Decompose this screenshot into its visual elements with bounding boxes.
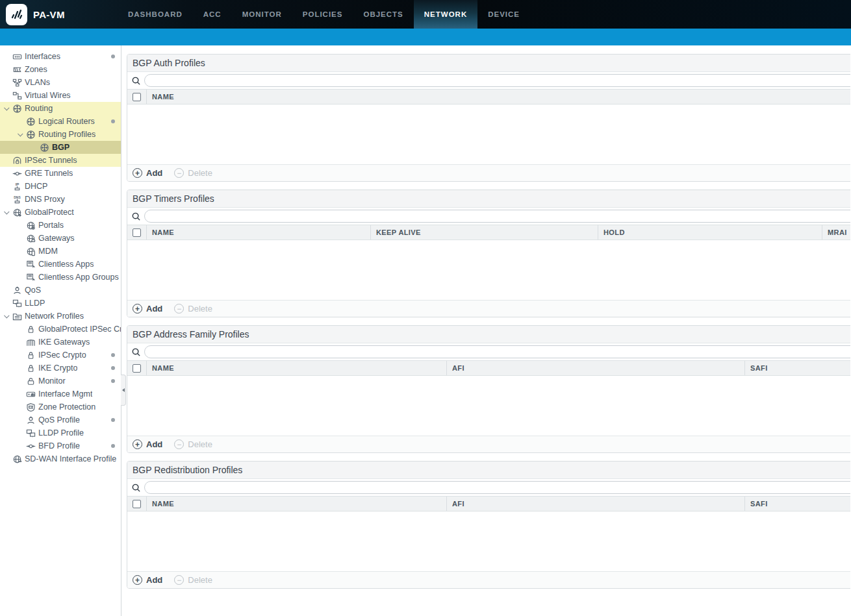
sidebar-item-lldp-profile[interactable]: LLDP Profile [0,426,121,439]
search-input[interactable] [144,74,850,87]
sidebar-item-label: Portals [38,221,64,230]
sidebar-item-clientless-app-groups[interactable]: Clientless App Groups [0,271,121,284]
sidebar-item-label: GlobalProtect [25,208,74,217]
sidebar-item-vlans[interactable]: VLANs [0,76,121,89]
sidebar-item-gateways[interactable]: Gateways [0,232,121,245]
delete-button-label: Delete [188,168,212,178]
tab-dashboard[interactable]: DASHBOARD [118,0,193,29]
sidebar-collapse-handle[interactable] [121,375,126,406]
tab-policies[interactable]: POLICIES [292,0,353,29]
chevron-down-icon[interactable] [2,314,12,318]
sidebar-item-label: SD-WAN Interface Profile [25,454,116,463]
sidebar-item-dns-proxy[interactable]: DNSDNS Proxy [0,193,121,206]
chevron-down-icon[interactable] [2,106,12,110]
sidebar-item-bgp[interactable]: BGP [0,141,121,154]
add-button[interactable]: +Add [133,439,162,449]
column-header-name[interactable]: NAME [147,225,371,240]
add-button[interactable]: +Add [133,575,162,585]
column-header-hold[interactable]: HOLD [598,225,822,240]
sidebar-item-monitor[interactable]: Monitor [0,375,121,388]
tab-device[interactable]: DEVICE [477,0,530,29]
delete-button[interactable]: −Delete [174,304,212,314]
sidebar-item-routing-profiles[interactable]: Routing Profiles [0,128,121,141]
sidebar-item-qos-profile[interactable]: QoS Profile [0,413,121,426]
chevron-down-icon[interactable] [2,210,12,214]
chevron-down-icon[interactable] [16,132,25,136]
interface-mgmt-icon [25,389,36,399]
sidebar-item-lldp[interactable]: LLDP [0,297,121,310]
sidebar-item-routing[interactable]: Routing [0,102,121,115]
tab-network[interactable]: NETWORK [414,0,477,29]
panel-bgp-redistribution-profiles: BGP Redistribution ProfilesNAMEAFISAFI+A… [127,461,850,589]
sidebar-item-logical-routers[interactable]: Logical Routers [0,115,121,128]
sidebar-item-label: Routing [25,104,53,113]
select-all-checkbox[interactable] [133,500,141,508]
sidebar-item-portals[interactable]: Portals [0,219,121,232]
svg-text:DNS: DNS [14,195,21,199]
sidebar-item-virtual-wires[interactable]: Virtual Wires [0,89,121,102]
sidebar-item-zone-protection[interactable]: Zone Protection [0,400,121,413]
sidebar-item-ike-gateways[interactable]: IKE Gateways [0,336,121,349]
sidebar-item-globalprotect-ipsec-crypto[interactable]: GlobalProtect IPSec Crypto [0,323,121,336]
select-all-checkbox[interactable] [133,93,141,101]
sidebar-item-interfaces[interactable]: Interfaces [0,50,121,63]
collapse-arrow-icon [122,388,125,392]
column-header-afi[interactable]: AFI [447,361,745,375]
sidebar-item-mdm[interactable]: MDM [0,245,121,258]
sidebar-item-sd-wan-interface-profile[interactable]: SD-WAN Interface Profile [0,452,121,465]
sidebar-item-globalprotect[interactable]: GlobalProtect [0,206,121,219]
sidebar-item-bfd-profile[interactable]: BFD Profile [0,439,121,452]
panel-bgp-address-family-profiles: BGP Address Family ProfilesNAMEAFISAFI+A… [127,325,850,453]
column-header-mrai[interactable]: MRAI [822,225,850,240]
sidebar-item-qos[interactable]: QoS [0,284,121,297]
tab-monitor[interactable]: MONITOR [232,0,292,29]
add-button-label: Add [146,575,162,585]
sidebar-item-zones[interactable]: Zones [0,63,121,76]
status-dot [111,119,115,123]
table-header-row: NAMEAFISAFI [127,496,850,511]
bfd-profile-icon [25,441,36,451]
delete-button[interactable]: −Delete [174,575,212,585]
sidebar-item-network-profiles[interactable]: Network Profiles [0,310,121,323]
panel-footer: +Add−Delete [127,436,850,452]
panel-footer: +Add−Delete [127,164,850,181]
sidebar-item-ike-crypto[interactable]: IKE Crypto [0,362,121,375]
delete-button[interactable]: −Delete [174,168,212,178]
sidebar-item-ipsec-crypto[interactable]: IPSec Crypto [0,349,121,362]
tab-objects[interactable]: OBJECTS [353,0,413,29]
column-header-afi[interactable]: AFI [447,497,745,511]
delete-button[interactable]: −Delete [174,439,212,449]
ipsec-tunnels-icon [12,155,23,166]
table-body-empty [127,240,850,300]
sidebar-item-dhcp[interactable]: IPDHCP [0,180,121,193]
delete-button-label: Delete [188,304,212,314]
sidebar-item-interface-mgmt[interactable]: Interface Mgmt [0,388,121,400]
sidebar-item-label: Routing Profiles [38,130,95,139]
status-dot [111,418,115,422]
column-header-name[interactable]: NAME [147,361,447,375]
select-all-checkbox[interactable] [133,228,141,237]
clientless-app-groups-icon [25,272,36,282]
sidebar-item-label: Logical Routers [38,117,95,126]
sidebar-item-clientless-apps[interactable]: Clientless Apps [0,258,121,271]
sidebar-item-gre-tunnels[interactable]: GRE Tunnels [0,167,121,180]
column-header-keep-alive[interactable]: KEEP ALIVE [371,225,598,240]
add-button[interactable]: +Add [133,304,162,314]
column-header-name[interactable]: NAME [147,497,447,511]
add-button[interactable]: +Add [133,168,162,178]
table-body-empty [127,376,850,436]
status-dot [111,366,115,370]
select-all-checkbox[interactable] [133,364,141,373]
column-header-name[interactable]: NAME [147,90,850,104]
search-input[interactable] [144,345,850,358]
sidebar-item-label: BGP [52,143,70,152]
search-input[interactable] [144,481,850,494]
column-header-safi[interactable]: SAFI [745,361,850,375]
column-header-safi[interactable]: SAFI [745,497,850,511]
search-input[interactable] [144,210,850,223]
monitor-profile-icon [25,376,36,386]
delete-button-label: Delete [188,575,212,585]
sidebar-item-ipsec-tunnels[interactable]: IPSec Tunnels [0,154,121,167]
plus-circle-icon: + [133,439,142,449]
tab-acc[interactable]: ACC [193,0,232,29]
